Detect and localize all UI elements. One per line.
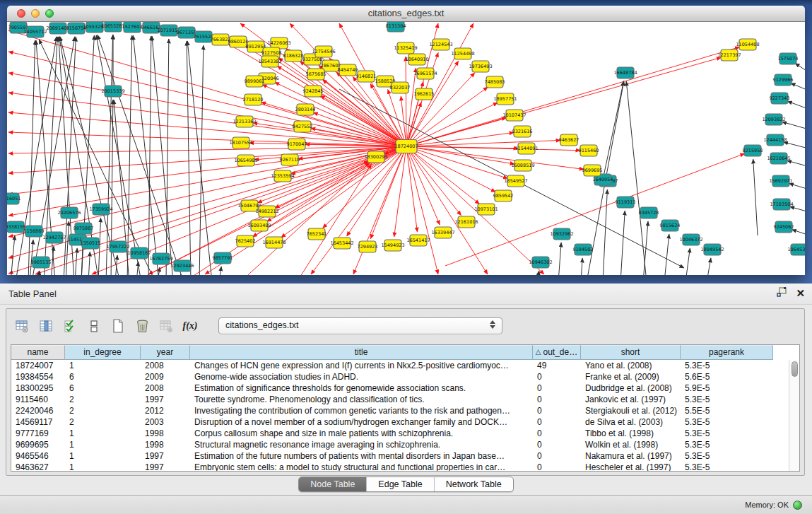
- table-settings-icon[interactable]: [15, 319, 29, 333]
- graph-node[interactable]: 10932962: [550, 228, 573, 240]
- edge[interactable]: [28, 40, 35, 275]
- graph-node[interactable]: 12161016: [454, 216, 478, 228]
- edge[interactable]: [792, 230, 805, 238]
- table-cell[interactable]: Embryonic stem cells: a model to study s…: [190, 462, 533, 472]
- table-cell[interactable]: Nakamura et al. (1997): [581, 450, 681, 462]
- graph-node[interactable]: 7485083: [485, 76, 505, 88]
- table-cell[interactable]: Jankovic et al. (1997): [581, 394, 681, 405]
- edge[interactable]: [219, 267, 221, 275]
- graph-node[interactable]: 17957222: [106, 241, 129, 252]
- graph-node[interactable]: 12444158: [763, 134, 787, 146]
- graph-node[interactable]: 18107554: [229, 137, 252, 148]
- table-cell[interactable]: 1998: [141, 428, 190, 439]
- graph-node[interactable]: 12093822: [762, 114, 785, 125]
- table-row[interactable]: 946362711997Embryonic stem cells: a mode…: [11, 462, 799, 472]
- graph-node[interactable]: 17359924: [89, 204, 112, 215]
- table-cell[interactable]: 5.3E-5: [681, 416, 773, 428]
- table-cell[interactable]: Hescheler et al. (1997): [581, 462, 681, 472]
- table-cell[interactable]: 22420046: [11, 405, 65, 416]
- graph-node[interactable]: 9899061: [245, 76, 265, 87]
- table-cell[interactable]: 0: [533, 371, 581, 382]
- edge[interactable]: [795, 64, 805, 77]
- table-cell[interactable]: 9699695: [11, 439, 65, 450]
- edge[interactable]: [127, 35, 132, 275]
- graph-node[interactable]: 16453442: [330, 238, 353, 249]
- table-cell[interactable]: Changes of HCN gene expression and I(f) …: [190, 360, 533, 371]
- graph-node[interactable]: 12942757: [42, 232, 66, 243]
- edge[interactable]: [789, 183, 805, 192]
- column-header-pagerank[interactable]: pagerank: [681, 345, 773, 360]
- graph-node[interactable]: 10645342: [787, 244, 805, 255]
- table-cell[interactable]: 1: [65, 428, 141, 439]
- graph-node[interactable]: 9146821: [356, 71, 377, 82]
- graph-node[interactable]: 9338155: [7, 221, 25, 233]
- table-row[interactable]: 911546021997Tourette syndrome. Phenomeno…: [11, 394, 799, 405]
- selected-edge[interactable]: [8, 146, 406, 153]
- table-cell[interactable]: 5.3E-5: [681, 360, 773, 371]
- graph-node[interactable]: 18640910: [405, 54, 428, 65]
- table-cell[interactable]: Estimation of significance thresholds fo…: [190, 382, 533, 394]
- table-cell[interactable]: Genome-wide association studies in ADHD.: [190, 371, 533, 382]
- table-cell[interactable]: 19384554: [11, 371, 65, 382]
- graph-node[interactable]: 16914478: [262, 237, 286, 248]
- table-cell[interactable]: 9465546: [11, 450, 65, 462]
- table-cell[interactable]: 9115460: [11, 394, 65, 405]
- edge[interactable]: [603, 189, 607, 275]
- graph-node[interactable]: 9115460: [579, 145, 599, 156]
- table-cell[interactable]: 5.9E-5: [681, 382, 773, 394]
- table-cell[interactable]: 1: [65, 450, 141, 462]
- graph-node[interactable]: 18549527: [504, 175, 527, 187]
- table-cell[interactable]: 1997: [141, 450, 190, 462]
- table-cell[interactable]: 0: [533, 439, 581, 450]
- graph-node[interactable]: 1350515: [81, 238, 101, 249]
- graph-node[interactable]: 2718120: [243, 94, 264, 105]
- table-cell[interactable]: 2003: [141, 416, 190, 428]
- graph-node[interactable]: 10946302: [529, 257, 552, 268]
- table-cell[interactable]: 2012: [141, 405, 190, 416]
- edge[interactable]: [791, 83, 805, 94]
- edge[interactable]: [787, 101, 805, 112]
- selected-edge[interactable]: [8, 30, 406, 146]
- table-row[interactable]: 1872400712008Changes of HCN gene express…: [11, 360, 799, 371]
- table-cell[interactable]: Franke et al. (2009): [581, 371, 681, 382]
- table-cell[interactable]: Investigating the contribution of common…: [190, 405, 533, 416]
- graph-node[interactable]: 18300295: [364, 151, 387, 163]
- graph-node[interactable]: 12213363: [233, 116, 256, 127]
- table-cell[interactable]: 0: [533, 382, 581, 394]
- edge[interactable]: [782, 122, 805, 132]
- table-cell[interactable]: Disruption of a novel member of a sodium…: [190, 416, 533, 428]
- edge[interactable]: [790, 206, 805, 214]
- graph-node[interactable]: 10958167: [127, 247, 151, 259]
- table-cell[interactable]: 6: [65, 371, 141, 382]
- graph-node[interactable]: 9815624: [660, 220, 681, 231]
- table-cell[interactable]: Tourette syndrome. Phenomenology and cla…: [190, 394, 533, 405]
- edge[interactable]: [620, 211, 625, 275]
- table-row[interactable]: 1830029562008Estimation of significance …: [11, 382, 799, 394]
- tab-node-table[interactable]: Node Table: [299, 477, 366, 491]
- table-cell[interactable]: 0: [533, 394, 581, 405]
- edge[interactable]: [686, 248, 690, 275]
- table-cell[interactable]: 2: [65, 416, 141, 428]
- graph-node[interactable]: 9905135: [31, 257, 52, 268]
- graph-node[interactable]: 14982212: [255, 206, 278, 217]
- edge[interactable]: [136, 262, 139, 275]
- graph-node[interactable]: 9975887: [73, 223, 94, 234]
- graph-node[interactable]: 7294923: [358, 241, 378, 252]
- selected-edge[interactable]: [262, 85, 406, 146]
- graph-node[interactable]: 12124543: [429, 39, 452, 50]
- selected-edge[interactable]: [8, 132, 406, 146]
- table-cell[interactable]: 0: [533, 462, 581, 472]
- graph-node[interactable]: 8427552: [293, 121, 313, 132]
- graph-node[interactable]: 16782759: [149, 253, 172, 264]
- graph-node[interactable]: 12923446: [170, 260, 194, 271]
- table-cell[interactable]: 1997: [141, 394, 190, 405]
- graph-node[interactable]: 9859542: [493, 190, 514, 201]
- table-cell[interactable]: Yano et al. (2008): [581, 360, 681, 371]
- table-row[interactable]: 1938455462009Genome-wide association stu…: [11, 371, 799, 382]
- table-cell[interactable]: de Silva et al. (2003): [581, 416, 681, 428]
- graph-node[interactable]: 18543382: [258, 56, 281, 67]
- tab-edge-table[interactable]: Edge Table: [366, 477, 433, 491]
- table-cell[interactable]: Dudbridge et al. (2008): [581, 382, 681, 394]
- graph-node[interactable]: 16339447: [431, 227, 454, 238]
- table-cell[interactable]: Corpus callosum shape and size in male p…: [190, 428, 533, 439]
